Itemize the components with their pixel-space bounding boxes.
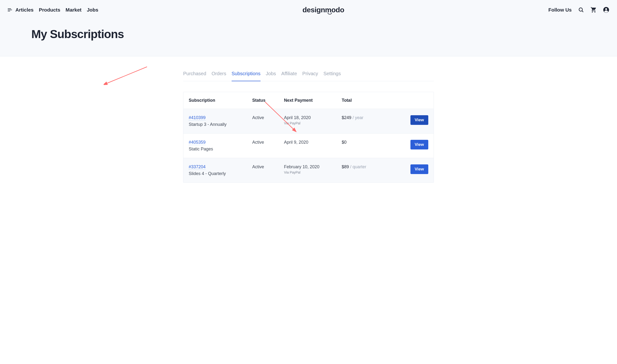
nav-jobs[interactable]: Jobs xyxy=(87,7,98,13)
nav-products[interactable]: Products xyxy=(39,7,60,13)
tab-jobs[interactable]: Jobs xyxy=(266,65,276,81)
account-icon[interactable] xyxy=(603,7,609,13)
subscription-name: Slides 4 - Quarterly xyxy=(189,171,252,176)
view-button[interactable]: View xyxy=(411,140,428,149)
tab-purchased[interactable]: Purchased xyxy=(183,65,206,81)
total-price: $0 xyxy=(342,140,347,145)
annotation-arrow-icon xyxy=(104,65,149,87)
subscription-id-link[interactable]: #410399 xyxy=(189,115,206,120)
view-button[interactable]: View xyxy=(411,164,428,174)
menu-icon[interactable] xyxy=(8,8,12,12)
search-icon[interactable] xyxy=(578,7,584,13)
logo[interactable]: designmodo xyxy=(302,6,344,14)
next-payment-date: February 10, 2020 xyxy=(284,164,342,169)
tab-subscriptions[interactable]: Subscriptions xyxy=(231,65,260,81)
subscription-id-link[interactable]: #405359 xyxy=(189,140,206,145)
page-title: My Subscriptions xyxy=(31,27,617,41)
status-cell: Active xyxy=(252,140,284,145)
tab-privacy[interactable]: Privacy xyxy=(302,65,318,81)
next-payment-date: April 18, 2020 xyxy=(284,115,342,120)
subscriptions-table: Subscription Status Next Payment Total #… xyxy=(183,92,434,183)
cart-icon[interactable] xyxy=(591,7,597,13)
tab-orders[interactable]: Orders xyxy=(212,65,226,81)
primary-nav: Articles Products Market Jobs xyxy=(15,7,98,13)
view-button[interactable]: View xyxy=(411,115,428,125)
top-header: Articles Products Market Jobs designmodo… xyxy=(0,0,617,56)
nav-market[interactable]: Market xyxy=(65,7,81,13)
th-total: Total xyxy=(342,98,400,103)
total-price: $249 xyxy=(342,115,351,120)
table-row: #410399Startup 3 - AnnuallyActiveApril 1… xyxy=(183,109,434,133)
account-tabs: PurchasedOrdersSubscriptionsJobsAffiliat… xyxy=(183,65,434,81)
status-cell: Active xyxy=(252,115,284,120)
total-period: / quarter xyxy=(349,164,366,169)
table-row: #337204Slides 4 - QuarterlyActiveFebruar… xyxy=(183,158,434,182)
svg-point-3 xyxy=(605,8,607,10)
payment-method: Via PayPal xyxy=(284,170,342,174)
svg-line-1 xyxy=(582,11,583,12)
svg-line-4 xyxy=(106,67,147,84)
th-subscription: Subscription xyxy=(189,98,252,103)
table-row: #405359Static PagesActiveApril 9, 2020$0… xyxy=(183,133,434,158)
th-status: Status xyxy=(252,98,284,103)
follow-us-link[interactable]: Follow Us xyxy=(548,7,572,13)
tab-settings[interactable]: Settings xyxy=(323,65,341,81)
svg-point-0 xyxy=(579,8,582,11)
tab-affiliate[interactable]: Affiliate xyxy=(281,65,297,81)
next-payment-date: April 9, 2020 xyxy=(284,140,342,145)
th-next-payment: Next Payment xyxy=(284,98,342,103)
total-period: / year xyxy=(351,115,363,120)
nav-articles[interactable]: Articles xyxy=(15,7,34,13)
table-header: Subscription Status Next Payment Total xyxy=(183,92,434,109)
subscription-name: Startup 3 - Annually xyxy=(189,122,252,127)
total-price: $89 xyxy=(342,164,349,169)
subscription-id-link[interactable]: #337204 xyxy=(189,164,206,170)
subscription-name: Static Pages xyxy=(189,147,252,152)
status-cell: Active xyxy=(252,164,284,169)
payment-method: Via PayPal xyxy=(284,121,342,125)
